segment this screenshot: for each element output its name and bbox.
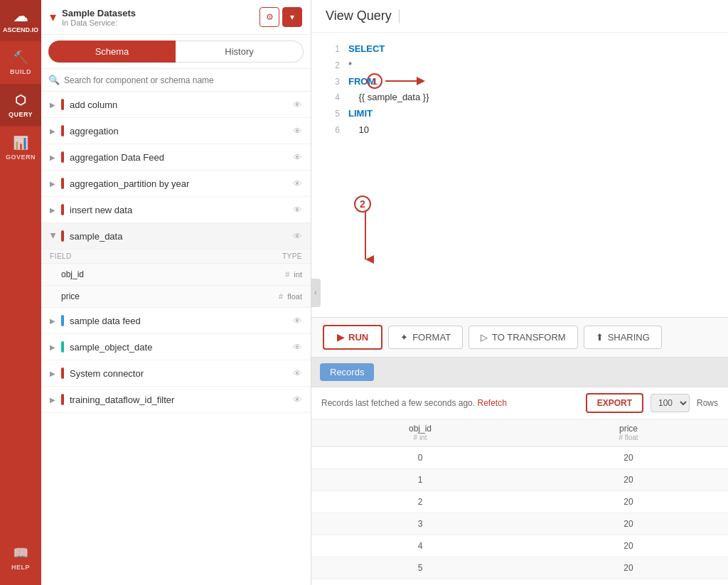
item-name: System connector [70, 368, 293, 379]
cell-price: 20 [529, 535, 728, 557]
refetch-link[interactable]: Refetch [477, 398, 506, 408]
nav-logo[interactable]: ☁ ASCEND.IO [0, 0, 41, 41]
col-name: price [537, 424, 719, 434]
schema-item-aggregation-data-feed[interactable]: ▶ aggregation Data Feed 👁 [41, 144, 311, 171]
help-icon: 📖 [13, 545, 29, 561]
settings-icon[interactable]: ⚙ [259, 7, 279, 27]
field-row-obj-id: obj_id # int [41, 264, 311, 286]
sidebar-item-govern[interactable]: 📊 GOVERN [0, 127, 41, 169]
item-name: training_dataflow_id_filter [70, 395, 293, 405]
color-bar [61, 178, 64, 189]
item-name: add column [70, 100, 293, 110]
color-bar [61, 230, 64, 242]
search-input[interactable] [64, 75, 304, 85]
run-label: RUN [348, 332, 368, 343]
eye-icon[interactable]: 👁 [293, 368, 302, 379]
schema-panel: ▾ Sample Datasets In Data Service: ⚙ ▾ S… [41, 0, 311, 585]
schema-panel-header: ▾ Sample Datasets In Data Service: ⚙ ▾ [41, 0, 311, 35]
schema-item-insert-new-data[interactable]: ▶ insert new data 👁 [41, 197, 311, 223]
page-title: View Query [326, 9, 392, 23]
code-line-4: 4 {{ sample_data }} [311, 90, 728, 106]
rows-label: Rows [697, 398, 718, 408]
tab-history[interactable]: History [176, 41, 304, 63]
schema-item-sample-data[interactable]: ▶ sample_data 👁 [41, 223, 311, 249]
eye-icon[interactable]: 👁 [293, 231, 302, 242]
schema-item-system-connector[interactable]: ▶ System connector 👁 [41, 360, 311, 387]
transform-button[interactable]: ▷ TO TRANSFORM [469, 326, 578, 349]
chevron-icon: ▶ [50, 154, 57, 161]
eye-icon[interactable]: 👁 [293, 100, 302, 110]
col-subtype: # int [320, 434, 520, 441]
schema-item-training-dataflow[interactable]: ▶ training_dataflow_id_filter 👁 [41, 387, 311, 413]
chevron-icon: ▶ [50, 396, 57, 404]
col-header-price: price # float [529, 419, 728, 446]
cell-price: 20 [529, 446, 728, 469]
cell-obj-id: 0 [311, 446, 529, 469]
color-bar [61, 204, 64, 215]
schema-item-aggregation[interactable]: ▶ aggregation 👁 [41, 118, 311, 144]
color-bar [61, 315, 64, 326]
govern-icon: 📊 [13, 135, 29, 151]
main-area: View Query 1 SELECT 2 * 3 FROM 4 {{ samp… [311, 0, 728, 585]
sidebar-item-label-help: HELP [11, 564, 30, 571]
code-line-6: 6 10 [311, 122, 728, 139]
line-number: 4 [323, 91, 340, 104]
color-bar [61, 367, 64, 379]
eye-icon[interactable]: 👁 [293, 152, 302, 163]
dropdown-icon[interactable]: ▾ [282, 7, 302, 27]
sharing-icon: ⬆ [596, 332, 604, 343]
sidebar-item-help[interactable]: 📖 HELP [0, 537, 41, 579]
eye-icon[interactable]: 👁 [293, 342, 302, 353]
records-tab[interactable]: Records [320, 363, 374, 381]
play-icon: ▶ [337, 332, 344, 343]
cloud-icon: ☁ [14, 8, 28, 25]
logo-text: ASCEND.IO [3, 26, 38, 33]
eye-icon[interactable]: 👁 [293, 205, 302, 215]
sharing-button[interactable]: ⬆ SHARING [584, 326, 662, 349]
code-line-3: 3 FROM [311, 74, 728, 90]
code-content: 10 [348, 123, 369, 138]
eye-icon[interactable]: 👁 [293, 126, 302, 136]
schema-item-add-column[interactable]: ▶ add column 👁 [41, 92, 311, 118]
col-name: obj_id [320, 424, 520, 434]
eye-icon[interactable]: 👁 [293, 178, 302, 189]
sidebar-item-build[interactable]: 🔨 BUILD [0, 41, 41, 84]
color-bar [61, 341, 64, 353]
item-name: sample data feed [70, 316, 293, 326]
sharing-label: SHARING [608, 332, 650, 343]
sidebar-item-query[interactable]: ⬡ QUERY [0, 84, 41, 127]
schema-list: ▶ add column 👁 ▶ aggregation 👁 ▶ aggrega… [41, 92, 311, 585]
field-col-header: FIELD [50, 252, 282, 260]
chevron-down-icon[interactable]: ▾ [50, 9, 56, 25]
color-bar [61, 151, 64, 163]
item-name: aggregation Data Feed [70, 152, 293, 163]
code-content: * [348, 58, 352, 73]
cell-obj-id: 4 [311, 535, 529, 557]
run-button[interactable]: ▶ RUN [323, 325, 382, 350]
header-icons: ⚙ ▾ [259, 7, 302, 27]
chevron-icon: ▶ [50, 317, 57, 325]
eye-icon[interactable]: 👁 [293, 395, 302, 405]
col-subtype: # float [537, 434, 719, 441]
query-toolbar: ▶ RUN ✦ FORMAT ▷ TO TRANSFORM ⬆ SHARING [311, 317, 728, 358]
format-icon: ✦ [400, 332, 408, 343]
tab-schema[interactable]: Schema [48, 41, 176, 63]
schema-item-sample-data-feed[interactable]: ▶ sample data feed 👁 [41, 308, 311, 334]
header-divider [399, 9, 400, 23]
eye-icon[interactable]: 👁 [293, 316, 302, 326]
line-number: 2 [323, 59, 340, 73]
schema-item-aggregation-partition[interactable]: ▶ aggregation_partition by year 👁 [41, 171, 311, 197]
table-row: 020 [311, 446, 728, 469]
data-table: obj_id # int price # float 0201202203204… [311, 419, 728, 579]
format-button[interactable]: ✦ FORMAT [388, 326, 463, 349]
rows-select[interactable]: 100 [651, 394, 690, 412]
code-editor[interactable]: 1 SELECT 2 * 3 FROM 4 {{ sample_data }} … [311, 33, 728, 317]
cell-obj-id: 3 [311, 513, 529, 535]
annotation-arrow-2 [360, 211, 381, 268]
panel-toggle[interactable]: ‹ [311, 279, 321, 307]
field-row-price: price # float [41, 286, 311, 308]
chevron-icon: ▶ [50, 232, 58, 240]
schema-item-sample-object-date[interactable]: ▶ sample_object_date 👁 [41, 334, 311, 360]
export-button[interactable]: EXPORT [586, 393, 643, 413]
main-header: View Query [311, 0, 728, 33]
